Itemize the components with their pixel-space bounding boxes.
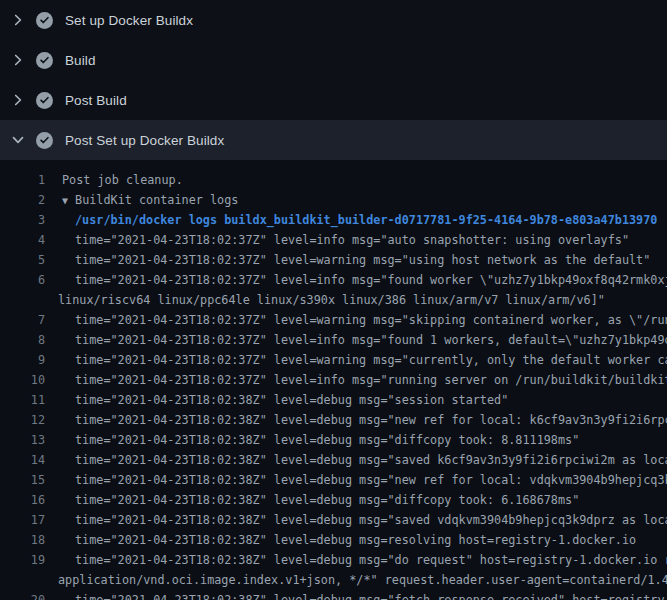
log-line-number[interactable]: 5	[0, 250, 45, 270]
log-row: 17 time="2021-04-23T18:02:38Z" level=deb…	[0, 510, 667, 530]
log-line-number[interactable]: 14	[0, 450, 45, 470]
step-title: Post Build	[65, 93, 127, 108]
log-line-text: time="2021-04-23T18:02:38Z" level=debug …	[45, 410, 667, 430]
log-row: 12 time="2021-04-23T18:02:38Z" level=deb…	[0, 410, 667, 430]
log-line-number[interactable]: 19	[0, 550, 45, 570]
log-line-text: time="2021-04-23T18:02:37Z" level=warnin…	[45, 250, 650, 270]
log-line-text: time="2021-04-23T18:02:38Z" level=debug …	[45, 470, 667, 490]
log-line-number[interactable]: 13	[0, 430, 45, 450]
log-line-text: time="2021-04-23T18:02:37Z" level=warnin…	[45, 350, 667, 370]
log-row: 3 /usr/bin/docker logs buildx_buildkit_b…	[0, 210, 667, 230]
log-line-number[interactable]: 11	[0, 390, 45, 410]
log-row: linux/riscv64 linux/ppc64le linux/s390x …	[0, 290, 667, 310]
step-list: Set up Docker Buildx Build Post Buil	[0, 0, 667, 160]
log-row: 7 time="2021-04-23T18:02:37Z" level=warn…	[0, 310, 667, 330]
log-line-text: ▼BuildKit container logs	[45, 190, 238, 210]
log-line-number[interactable]	[0, 570, 45, 590]
step-title: Build	[65, 53, 96, 68]
log-line-text: time="2021-04-23T18:02:37Z" level=info m…	[45, 330, 667, 350]
step-row-2[interactable]: Build	[0, 40, 667, 80]
log-line-text: time="2021-04-23T18:02:37Z" level=info m…	[45, 270, 667, 290]
step-row-1[interactable]: Set up Docker Buildx	[0, 0, 667, 40]
log-row: 14 time="2021-04-23T18:02:38Z" level=deb…	[0, 450, 667, 470]
step-row-3[interactable]: Post Build	[0, 80, 667, 120]
log-line-text: time="2021-04-23T18:02:38Z" level=debug …	[45, 490, 579, 510]
log-row: 2 ▼BuildKit container logs	[0, 190, 667, 210]
log-line-number[interactable]: 12	[0, 410, 45, 430]
log-line-number[interactable]: 6	[0, 270, 45, 290]
log-row: 1 Post job cleanup.	[0, 170, 667, 190]
log-line-number[interactable]: 17	[0, 510, 45, 530]
chevron-right-icon	[10, 92, 26, 108]
log-line-text: time="2021-04-23T18:02:38Z" level=debug …	[45, 510, 667, 530]
check-circle-icon	[36, 12, 53, 29]
log-row: application/vnd.oci.image.index.v1+json,…	[0, 570, 667, 590]
log-line-number[interactable]: 3	[0, 210, 45, 230]
log-row: 11 time="2021-04-23T18:02:38Z" level=deb…	[0, 390, 667, 410]
log-row: 6 time="2021-04-23T18:02:37Z" level=info…	[0, 270, 667, 290]
chevron-right-icon	[10, 12, 26, 28]
log-line-text: time="2021-04-23T18:02:38Z" level=debug …	[45, 430, 579, 450]
check-circle-icon	[36, 92, 53, 109]
log-row: 13 time="2021-04-23T18:02:38Z" level=deb…	[0, 430, 667, 450]
log-line-number[interactable]: 20	[0, 590, 45, 600]
log-line-number[interactable]	[0, 290, 45, 310]
actions-log-viewer: Set up Docker Buildx Build Post Buil	[0, 0, 667, 600]
log-line-text: time="2021-04-23T18:02:38Z" level=debug …	[45, 550, 667, 570]
log-row: 5 time="2021-04-23T18:02:37Z" level=warn…	[0, 250, 667, 270]
step-title: Set up Docker Buildx	[65, 13, 193, 28]
log-line-text: time="2021-04-23T18:02:37Z" level=info m…	[45, 370, 667, 390]
log-line-number[interactable]: 8	[0, 330, 45, 350]
chevron-right-icon	[10, 52, 26, 68]
check-circle-icon	[36, 132, 53, 149]
log-row: 16 time="2021-04-23T18:02:38Z" level=deb…	[0, 490, 667, 510]
log-line-text: application/vnd.oci.image.index.v1+json,…	[45, 570, 667, 590]
log-line-number[interactable]: 9	[0, 350, 45, 370]
log-line-number[interactable]: 2	[0, 190, 45, 210]
log-line-text: linux/riscv64 linux/ppc64le linux/s390x …	[45, 290, 605, 310]
log-line-number[interactable]: 7	[0, 310, 45, 330]
check-circle-icon	[36, 52, 53, 69]
log-line-number[interactable]: 15	[0, 470, 45, 490]
log-line-text: time="2021-04-23T18:02:38Z" level=debug …	[45, 450, 667, 470]
log-row: 19 time="2021-04-23T18:02:38Z" level=deb…	[0, 550, 667, 570]
log-row: 8 time="2021-04-23T18:02:37Z" level=info…	[0, 330, 667, 350]
log-line-number[interactable]: 16	[0, 490, 45, 510]
step-title: Post Set up Docker Buildx	[65, 133, 224, 148]
step-row-4[interactable]: Post Set up Docker Buildx	[0, 120, 667, 160]
log-line-number[interactable]: 4	[0, 230, 45, 250]
log-line-text: time="2021-04-23T18:02:37Z" level=warnin…	[45, 310, 667, 330]
log-line-text: time="2021-04-23T18:02:38Z" level=debug …	[45, 590, 667, 600]
log-line-number[interactable]: 10	[0, 370, 45, 390]
log-row: 10 time="2021-04-23T18:02:37Z" level=inf…	[0, 370, 667, 390]
log-line-number[interactable]: 18	[0, 530, 45, 550]
log-row: 20 time="2021-04-23T18:02:38Z" level=deb…	[0, 590, 667, 600]
log-line-text: time="2021-04-23T18:02:38Z" level=debug …	[45, 530, 636, 550]
log-row: 4 time="2021-04-23T18:02:37Z" level=info…	[0, 230, 667, 250]
log-row: 9 time="2021-04-23T18:02:37Z" level=warn…	[0, 350, 667, 370]
log-line-text: Post job cleanup.	[45, 170, 183, 190]
log-line-text: /usr/bin/docker logs buildx_buildkit_bui…	[45, 210, 657, 230]
log-line-number[interactable]: 1	[0, 170, 45, 190]
log-output: 1 Post job cleanup. 2 ▼BuildKit containe…	[0, 160, 667, 600]
log-group-toggle-icon[interactable]: ▼	[62, 191, 68, 210]
log-line-text: time="2021-04-23T18:02:38Z" level=debug …	[45, 390, 508, 410]
log-row: 15 time="2021-04-23T18:02:38Z" level=deb…	[0, 470, 667, 490]
log-row: 18 time="2021-04-23T18:02:38Z" level=deb…	[0, 530, 667, 550]
log-line-text: time="2021-04-23T18:02:37Z" level=info m…	[45, 230, 629, 250]
chevron-down-icon	[10, 132, 26, 148]
